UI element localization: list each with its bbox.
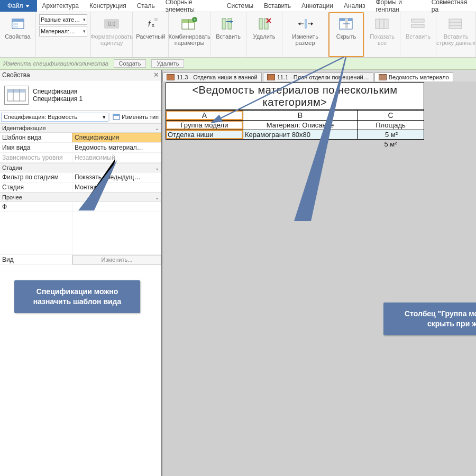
edit-type-button[interactable]: Изменить тип: [109, 113, 161, 121]
edit-type-icon: [113, 114, 120, 120]
contextual-bar: Изменить спецификацию/количества Создать…: [0, 58, 476, 70]
svg-text:f: f: [148, 19, 151, 28]
svg-rect-14: [222, 19, 226, 29]
svg-rect-2: [12, 23, 18, 25]
tab-view-1[interactable]: 11.3 - Отделка ниши в ванной: [162, 72, 262, 81]
row-view[interactable]: ВидИзменить...: [0, 255, 161, 265]
ribbon-category-filters: Разные кате…▾ Материал:…▾: [36, 12, 91, 57]
combine-icon: +: [181, 15, 198, 32]
col-header-B[interactable]: B: [243, 111, 358, 121]
tab-schedule[interactable]: Ведомость материало: [374, 72, 453, 81]
row-phase[interactable]: СтадияМонтаж: [0, 182, 161, 193]
menu-file[interactable]: Файл: [0, 0, 37, 12]
ribbon-col-resize[interactable]: Изменить размер: [282, 12, 328, 57]
svg-rect-1: [12, 19, 24, 22]
type-name: Спецификация 1: [33, 95, 83, 103]
svg-text:x: x: [152, 22, 154, 28]
cell-B1[interactable]: Керамогранит 80х80: [243, 130, 358, 140]
ribbon-col-delete[interactable]: Удалить: [246, 12, 282, 57]
col-resize-icon: [297, 15, 314, 32]
fx-icon: fx: [142, 15, 159, 32]
group-other[interactable]: Прочее⌄: [0, 193, 161, 202]
material-combo[interactable]: Материал:…▾: [39, 26, 87, 36]
callout-hide-column: Столбец "Группа модели" можно скрыть при…: [383, 303, 476, 335]
row-insert-icon: [410, 15, 427, 32]
menu-insert[interactable]: Вставить: [259, 0, 296, 12]
schedule-thumb-icon: [4, 86, 29, 105]
param-create-button[interactable]: Создать: [114, 59, 147, 68]
col-header-C[interactable]: C: [358, 111, 424, 121]
properties-title: Свойства✕: [0, 70, 161, 80]
schedule-table: A B C Группа модели Материал: Описание П…: [166, 110, 424, 149]
cell-C1[interactable]: 5 м²: [358, 130, 424, 140]
type-family: Спецификация: [33, 88, 83, 95]
view-icon: [167, 74, 175, 80]
tab-view-2[interactable]: 11.1 - План отделки помещений…: [263, 72, 373, 81]
ribbon-format-unit: 0.0 Форматировать единицу: [91, 12, 133, 57]
col-insert-icon: [220, 15, 237, 32]
ribbon-calculated[interactable]: fx Расчетный: [133, 12, 169, 57]
cell-total-C: 5 м²: [358, 140, 424, 149]
schedule-title[interactable]: <Ведомость материалов по нескольким кате…: [166, 83, 424, 110]
field-header-A[interactable]: Группа модели: [166, 121, 243, 130]
row-other-f[interactable]: Ф: [0, 202, 161, 212]
row-spacer: [0, 212, 161, 255]
svg-rect-15: [228, 19, 232, 29]
category-combo[interactable]: Разные кате…▾: [39, 14, 87, 25]
col-hide-icon: [338, 15, 355, 32]
param-delete-button[interactable]: Удалить: [151, 59, 184, 68]
svg-rect-28: [449, 19, 462, 29]
svg-rect-27: [411, 24, 424, 28]
group-identification[interactable]: Идентификация⌄: [0, 123, 161, 133]
ribbon-col-insert[interactable]: Вставить: [210, 12, 246, 57]
svg-rect-23: [376, 19, 388, 29]
property-grid: Идентификация⌄ Шаблон видаСпецификация И…: [0, 123, 161, 265]
row-insert-data-icon: [447, 15, 464, 32]
row-phase-filter[interactable]: Фильтр по стадиямПоказать предыдущ…: [0, 172, 161, 182]
row-view-name[interactable]: Имя видаВедомость материал…: [0, 143, 161, 153]
ribbon-properties[interactable]: Свойства: [0, 12, 36, 57]
row-level-dependency: Зависимость уровняНезависимый: [0, 153, 161, 163]
ribbon-showall: Показать все: [364, 12, 400, 57]
view-canvas: 11.3 - Отделка ниши в ванной 11.1 - План…: [162, 70, 476, 476]
menu-massing[interactable]: Формы и генплан: [370, 0, 426, 12]
showall-icon: [374, 15, 391, 32]
menu-analyze[interactable]: Анализ: [338, 0, 371, 12]
contextual-title: Изменить спецификацию/количества: [3, 60, 108, 67]
format-unit-icon: 0.0: [103, 15, 120, 32]
svg-rect-26: [411, 19, 424, 22]
row-view-template[interactable]: Шаблон видаСпецификация: [0, 133, 161, 143]
svg-text:+: +: [194, 17, 196, 22]
svg-rect-8: [154, 18, 158, 21]
callout-template: Спецификации можно назначить шаблон вида: [14, 280, 140, 313]
svg-rect-18: [305, 19, 307, 29]
properties-panel: Свойства✕ СпецификацияСпецификация 1 Спе…: [0, 70, 162, 476]
group-phases[interactable]: Стадии⌄: [0, 163, 161, 172]
svg-rect-16: [259, 19, 263, 29]
svg-rect-36: [113, 114, 120, 116]
col-delete-icon: [256, 15, 273, 32]
menu-structure[interactable]: Конструкция: [84, 0, 132, 12]
col-header-A[interactable]: A: [166, 111, 243, 121]
ribbon-col-hide[interactable]: Скрыть: [328, 12, 364, 57]
menu-annotate[interactable]: Аннотации: [296, 0, 338, 12]
field-header-C[interactable]: Площадь: [358, 121, 424, 130]
ribbon: Свойства Разные кате…▾ Материал:…▾ 0.0 Ф…: [0, 12, 476, 58]
menu-systems[interactable]: Системы: [222, 0, 259, 12]
type-selector[interactable]: Спецификация: Ведомость▾: [1, 113, 108, 122]
ribbon-combine[interactable]: + Комбинировать параметры: [169, 12, 210, 57]
cell-A1[interactable]: Отделка ниши: [166, 130, 243, 140]
svg-text:0.0: 0.0: [108, 21, 115, 27]
properties-icon: [10, 15, 26, 32]
main-menu: Файл Архитектура Конструкция Сталь Сборн…: [0, 0, 476, 12]
svg-rect-3: [12, 26, 18, 28]
menu-architecture[interactable]: Архитектура: [37, 0, 85, 12]
menu-collab[interactable]: Совместная ра: [426, 0, 476, 12]
menu-steel[interactable]: Сталь: [132, 0, 160, 12]
menu-precast[interactable]: Сборные элементы: [160, 0, 222, 12]
type-preview: СпецификацияСпецификация 1: [0, 80, 161, 111]
close-icon[interactable]: ✕: [153, 71, 159, 79]
view-icon: [267, 74, 275, 80]
field-header-B[interactable]: Материал: Описание: [243, 121, 358, 130]
schedule-sheet: <Ведомость материалов по нескольким кате…: [162, 81, 476, 476]
